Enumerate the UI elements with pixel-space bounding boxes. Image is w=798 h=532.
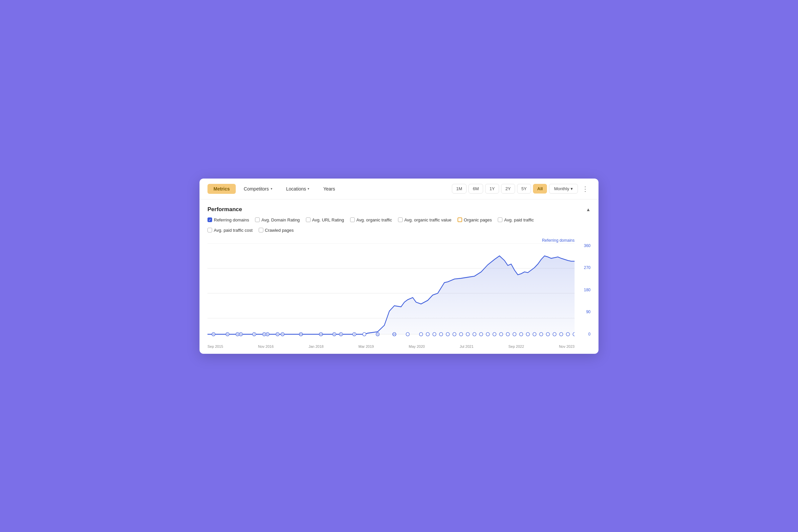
svg-point-30 bbox=[466, 332, 470, 336]
checkbox-avg-domain-rating[interactable] bbox=[255, 217, 260, 222]
years-button[interactable]: Years bbox=[317, 184, 341, 194]
checkbox-avg-paid-traffic-cost[interactable] bbox=[208, 228, 212, 232]
checkbox-crawled-pages[interactable] bbox=[259, 228, 263, 232]
locations-button[interactable]: Locations ▾ bbox=[280, 184, 316, 194]
svg-text:2G: 2G bbox=[299, 332, 303, 336]
checkbox-avg-organic-traffic-value[interactable] bbox=[398, 217, 403, 222]
metrics-row: Referring domains Avg. Domain Rating Avg… bbox=[208, 217, 590, 225]
monthly-arrow-icon: ▾ bbox=[571, 186, 573, 191]
x-axis: Sep 2015 Nov 2016 Jan 2018 Mar 2019 May … bbox=[208, 343, 590, 354]
competitors-arrow-icon: ▾ bbox=[271, 187, 272, 191]
x-label-mar2019: Mar 2019 bbox=[358, 344, 374, 348]
svg-point-19 bbox=[363, 332, 366, 336]
svg-point-45 bbox=[566, 332, 570, 336]
x-label-jan2018: Jan 2018 bbox=[308, 344, 324, 348]
main-card: Metrics Competitors ▾ Locations ▾ Years … bbox=[200, 178, 598, 354]
svg-point-44 bbox=[559, 332, 563, 336]
locations-arrow-icon: ▾ bbox=[307, 187, 309, 191]
svg-text:G: G bbox=[377, 332, 379, 336]
x-label-jul2021: Jul 2021 bbox=[459, 344, 474, 348]
checkbox-avg-organic-traffic[interactable] bbox=[350, 217, 355, 222]
metric-avg-organic-traffic: Avg. organic traffic bbox=[350, 217, 392, 223]
metric-organic-pages: Organic pages bbox=[457, 217, 492, 223]
y-axis: 360 270 180 90 0 bbox=[574, 243, 590, 343]
svg-point-26 bbox=[440, 332, 443, 336]
svg-point-38 bbox=[519, 332, 523, 336]
x-label-may2020: May 2020 bbox=[408, 344, 424, 348]
metric-avg-url-rating: Avg. URL Rating bbox=[306, 217, 344, 223]
svg-point-28 bbox=[453, 332, 456, 336]
time-5y-button[interactable]: 5Y bbox=[517, 184, 531, 193]
performance-section: Performance ▲ Referring domains Avg. Dom… bbox=[200, 200, 598, 235]
checkbox-organic-pages[interactable] bbox=[457, 217, 462, 222]
svg-text:G: G bbox=[212, 332, 214, 336]
svg-point-34 bbox=[493, 332, 496, 336]
metric-crawled-pages: Crawled pages bbox=[259, 228, 294, 233]
svg-text:G: G bbox=[236, 332, 239, 336]
svg-text:G: G bbox=[277, 332, 279, 336]
y-label-360: 360 bbox=[574, 243, 590, 248]
performance-title: Performance bbox=[208, 206, 242, 213]
svg-text:2: 2 bbox=[354, 332, 355, 336]
nav-right: 1M 6M 1Y 2Y 5Y All Monthly ▾ ⋮ bbox=[452, 184, 590, 193]
metric-avg-paid-traffic-cost: Avg. paid traffic cost bbox=[208, 228, 253, 233]
metric-referring-domains: Referring domains bbox=[208, 217, 249, 223]
competitors-button[interactable]: Competitors ▾ bbox=[238, 184, 278, 194]
performance-header: Performance ▲ bbox=[208, 206, 590, 213]
x-label-sep2015: Sep 2015 bbox=[208, 344, 223, 348]
svg-text:G: G bbox=[333, 332, 335, 336]
svg-point-36 bbox=[506, 332, 509, 336]
svg-text:G: G bbox=[340, 332, 342, 336]
top-bar: Metrics Competitors ▾ Locations ▾ Years … bbox=[200, 178, 598, 200]
svg-point-40 bbox=[533, 332, 536, 336]
metric-avg-paid-traffic: Avg. paid traffic bbox=[498, 217, 534, 223]
svg-point-29 bbox=[459, 332, 463, 336]
y-label-270: 270 bbox=[574, 265, 590, 270]
svg-point-42 bbox=[546, 332, 550, 336]
chart-container: 360 270 180 90 0 bbox=[208, 243, 590, 343]
svg-point-37 bbox=[513, 332, 516, 336]
time-1y-button[interactable]: 1Y bbox=[485, 184, 499, 193]
time-6m-button[interactable]: 6M bbox=[469, 184, 483, 193]
metrics-button[interactable]: Metrics bbox=[208, 184, 236, 194]
y-label-90: 90 bbox=[574, 309, 590, 314]
svg-point-32 bbox=[479, 332, 483, 336]
chart-area: Referring domains 360 270 180 90 0 bbox=[200, 238, 598, 354]
collapse-icon[interactable]: ▲ bbox=[586, 207, 590, 212]
svg-text:G: G bbox=[263, 332, 265, 336]
svg-point-41 bbox=[540, 332, 543, 336]
checkbox-avg-paid-traffic[interactable] bbox=[498, 217, 502, 222]
svg-point-24 bbox=[426, 332, 429, 336]
svg-text:2: 2 bbox=[253, 332, 255, 336]
metrics-row-2: Avg. paid traffic cost Crawled pages bbox=[208, 228, 590, 235]
svg-text:GG: GG bbox=[392, 332, 396, 336]
svg-point-25 bbox=[433, 332, 436, 336]
time-1m-button[interactable]: 1M bbox=[452, 184, 467, 193]
line-chart: G G G G 2 G G G G 2G GG G G 2 G GG bbox=[208, 243, 574, 343]
svg-point-31 bbox=[473, 332, 476, 336]
svg-point-27 bbox=[446, 332, 450, 336]
time-all-button[interactable]: All bbox=[533, 184, 547, 193]
monthly-button[interactable]: Monthly ▾ bbox=[549, 184, 578, 193]
metric-avg-organic-traffic-value: Avg. organic traffic value bbox=[398, 217, 452, 223]
y-label-0: 0 bbox=[574, 332, 590, 337]
svg-point-22 bbox=[406, 332, 409, 336]
svg-text:G: G bbox=[282, 332, 284, 336]
svg-text:GG: GG bbox=[319, 332, 323, 336]
nav-left: Metrics Competitors ▾ Locations ▾ Years bbox=[208, 184, 341, 194]
svg-point-39 bbox=[526, 332, 529, 336]
svg-point-33 bbox=[486, 332, 490, 336]
svg-text:G: G bbox=[240, 332, 242, 336]
time-2y-button[interactable]: 2Y bbox=[501, 184, 515, 193]
more-options-button[interactable]: ⋮ bbox=[580, 184, 590, 193]
svg-point-43 bbox=[553, 332, 556, 336]
checkbox-avg-url-rating[interactable] bbox=[306, 217, 310, 222]
svg-point-35 bbox=[499, 332, 503, 336]
checkbox-referring-domains[interactable] bbox=[208, 217, 212, 222]
x-label-nov2016: Nov 2016 bbox=[258, 344, 274, 348]
svg-text:G: G bbox=[226, 332, 228, 336]
chart-series-label: Referring domains bbox=[208, 238, 590, 243]
svg-point-23 bbox=[419, 332, 423, 336]
metric-avg-domain-rating: Avg. Domain Rating bbox=[255, 217, 300, 223]
x-label-nov2023: Nov 2023 bbox=[559, 344, 574, 348]
